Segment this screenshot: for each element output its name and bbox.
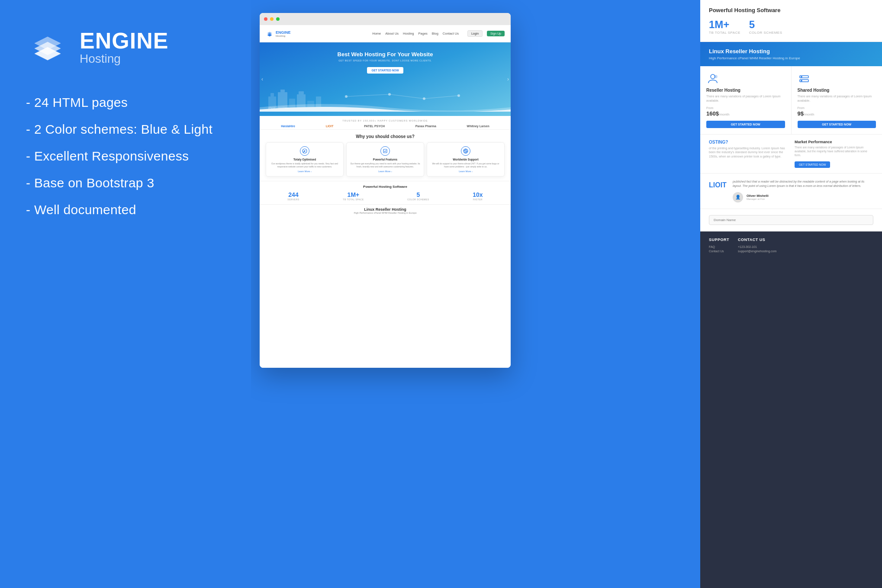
- why-title: Why you should choose us?: [266, 134, 505, 139]
- feature-item-1: - 24 HTML pages: [26, 95, 225, 110]
- card-hosting-q-right-title: Market Performance: [795, 140, 873, 144]
- card-shared-title: Shared Hosting: [798, 88, 876, 93]
- card-footer-email: support@enginehosting.com: [738, 250, 776, 253]
- card-reseller-desc: There are many variations of passages of…: [706, 94, 785, 103]
- why-card-1-link[interactable]: Learn More ›: [269, 170, 341, 173]
- card-footer-faq[interactable]: FAQ: [709, 245, 729, 248]
- browser-mockup: ENGINE Hosting Home About Us Hosting Pag…: [260, 13, 511, 368]
- speedometer-icon: [300, 146, 309, 156]
- card-reseller-price: 160$: [706, 110, 719, 117]
- card-footer-contact-title: CONTACT US: [738, 238, 776, 242]
- stat-faster-num: 10x: [473, 191, 483, 198]
- why-cards: Totaly Optimised Our wordpress theme is …: [266, 142, 505, 177]
- site-nav-links: Home About Us Hosting Pages Blog Contact…: [372, 32, 459, 35]
- card-stat-space-num: 1M+: [709, 19, 740, 31]
- logo-text-block: ENGINE Hosting: [80, 29, 168, 66]
- feature-item-2: - 2 Color schemes: Blue & Light: [26, 122, 225, 137]
- card-footer-contact-link[interactable]: Contact Us: [709, 250, 729, 253]
- svg-marker-5: [267, 34, 272, 36]
- stat-space-label: TB TOTAL SPACE: [343, 198, 364, 201]
- site-logo-icon-small: [266, 30, 274, 38]
- card-footer-contact: CONTACT US +123-302-101 support@engineho…: [738, 238, 776, 254]
- svg-point-27: [715, 75, 717, 78]
- reseller-hosting-icon: [706, 72, 719, 85]
- card-testimonial: LIOIT published fact that a reader will …: [700, 174, 882, 209]
- why-card-2-title: Powerful Features: [349, 158, 421, 161]
- why-card-3-desc: We will do support to your theme almost …: [430, 162, 502, 168]
- worldwide-icon: [461, 146, 470, 156]
- stat-colors-label: COLOR SCHEMES: [407, 198, 429, 201]
- cpanel-label: cPanel Control Panel: [268, 106, 289, 109]
- nav-link-about[interactable]: About Us: [385, 32, 399, 35]
- signup-button[interactable]: Sign Up: [487, 31, 505, 36]
- nav-link-blog[interactable]: Blog: [432, 32, 438, 35]
- stat-faster: 10x FASTER: [473, 191, 483, 201]
- svg-line-19: [346, 94, 389, 96]
- svg-rect-24: [383, 149, 387, 153]
- card-shared-price-label: From: [798, 106, 876, 109]
- card-hosting-q-left: OSTING? of the printing and typesetting …: [709, 140, 788, 168]
- nav-link-pages[interactable]: Pages: [418, 32, 428, 35]
- stat-colors: 5 COLOR SCHEMES: [407, 191, 429, 201]
- testimonial-text: published fact that a reader will be dis…: [733, 180, 873, 189]
- why-card-2: Powerful Features Our theme get everythi…: [346, 142, 424, 177]
- card-linux-title: Linux Reseller Hosting: [709, 48, 873, 55]
- testimonial-role: Manager at Fon: [747, 198, 769, 200]
- card-reseller-period: /month: [719, 112, 729, 116]
- card-stat-colors-label: COLOR SCHEMES: [749, 31, 782, 35]
- hero-arrow-left[interactable]: ‹: [261, 76, 263, 82]
- card-shared-hosting: Shared Hosting There are many variations…: [792, 66, 882, 134]
- hero-arrow-right[interactable]: ›: [507, 76, 509, 82]
- domain-input[interactable]: [709, 215, 873, 225]
- website-inner: ENGINE Hosting Home About Us Hosting Pag…: [260, 25, 511, 368]
- trust-logos: HøslaHire LIOIT PATEL PSYCH Panax Pharma…: [266, 125, 505, 128]
- svg-rect-12: [299, 91, 304, 94]
- nav-link-contact[interactable]: Contact Us: [443, 32, 459, 35]
- svg-line-20: [389, 94, 424, 99]
- card-software: Powerful Hosting Software 1M+ TB TOTAL S…: [700, 0, 882, 42]
- nav-link-hosting[interactable]: Hosting: [403, 32, 414, 35]
- card-shared-desc: There are many variations of passages of…: [798, 94, 876, 103]
- card-reseller-btn[interactable]: GET STARTED NOW: [706, 121, 785, 128]
- trust-logo-1: HøslaHire: [281, 125, 295, 128]
- svg-rect-7: [270, 93, 274, 96]
- why-section: Why you should choose us? Totaly Optimis…: [260, 130, 511, 181]
- stat-faster-label: FASTER: [473, 198, 483, 201]
- stat-servers-num: 244: [287, 191, 299, 198]
- logo-hosting-text: Hosting: [80, 52, 168, 66]
- svg-rect-9: [280, 90, 285, 92]
- why-card-2-link[interactable]: Learn More ›: [349, 170, 421, 173]
- testimonial-content: published fact that a reader will be dis…: [733, 180, 873, 202]
- card-hosting-q-right-text: There are many variations of passages of…: [795, 145, 873, 157]
- why-card-3-title: Worldwide Support: [430, 158, 502, 161]
- svg-line-21: [424, 96, 459, 99]
- why-card-3: Worldwide Support We will do support to …: [427, 142, 505, 177]
- feature-list: - 24 HTML pages - 2 Color schemes: Blue …: [26, 95, 225, 217]
- right-cards-panel: Powerful Hosting Software 1M+ TB TOTAL S…: [700, 0, 882, 588]
- site-logo-sub: Hosting: [276, 35, 291, 37]
- card-shared-btn[interactable]: GET STARTED NOW: [798, 121, 876, 128]
- testimonial-name: Oliver Mishelli: [747, 194, 769, 198]
- stat-servers: 244 SERVERS: [287, 191, 299, 201]
- why-card-2-desc: Our theme get everything you need to wor…: [349, 162, 421, 168]
- site-nav: ENGINE Hosting Home About Us Hosting Pag…: [260, 25, 511, 42]
- hero-text: Best Web Hosting For Your Website GET BE…: [266, 51, 505, 74]
- card-form: [700, 209, 882, 231]
- left-panel: ENGINE Hosting - 24 HTML pages - 2 Color…: [0, 0, 251, 588]
- card-hosting-q-btn[interactable]: GET STARTED NOW: [795, 161, 830, 168]
- browser-bar: [260, 13, 511, 25]
- feature-item-3: - Excellent Responsiveness: [26, 149, 225, 164]
- trust-label: TRUSTED BY 150,000+ HAPPY CUSTOMERS WORL…: [266, 119, 505, 122]
- svg-point-23: [304, 151, 305, 151]
- hero-cta-button[interactable]: GET STARTED NOW: [367, 67, 403, 74]
- why-card-1-desc: Our wordpress theme is totally optimised…: [269, 162, 341, 168]
- card-shared-period: /month: [804, 112, 814, 116]
- trust-logo-4: Panax Pharma: [415, 125, 436, 128]
- card-hosting-q-right: Market Performance There are many variat…: [795, 140, 873, 168]
- why-card-3-link[interactable]: Learn More ›: [430, 170, 502, 173]
- card-stats-row: 1M+ TB TOTAL SPACE 5 COLOR SCHEMES: [709, 19, 873, 35]
- nav-link-home[interactable]: Home: [372, 32, 381, 35]
- card-shared-price: 9$: [798, 110, 804, 117]
- login-button[interactable]: Login: [467, 30, 483, 37]
- svg-point-31: [801, 80, 802, 81]
